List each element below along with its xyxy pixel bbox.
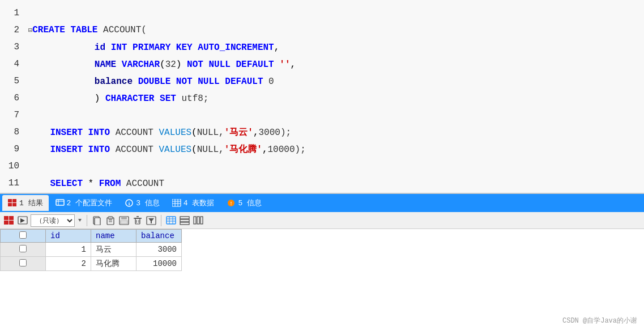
svg-rect-19 — [9, 221, 14, 225]
svg-rect-17 — [9, 216, 14, 220]
info2-icon: ! — [227, 199, 236, 207]
code-editor: 1 2 3 4 5 6 7 8 9 10 11 ⊟CREATE TABLE AC… — [0, 0, 644, 193]
table-row: 1 马云 3000 — [1, 243, 182, 257]
tab-config[interactable]: 2 个配置文件 — [50, 195, 118, 211]
col-name-header: name — [91, 230, 137, 243]
svg-rect-45 — [180, 222, 189, 225]
row1-checkbox[interactable] — [1, 243, 46, 257]
svg-rect-16 — [4, 216, 8, 220]
svg-rect-44 — [180, 219, 189, 222]
bottom-panel: 1 结果 2 个配置文件 i 3 信息 — [0, 193, 644, 330]
svg-rect-4 — [56, 200, 64, 205]
tab-info1-label: 3 信息 — [136, 198, 160, 208]
svg-rect-0 — [8, 199, 12, 202]
svg-rect-3 — [12, 203, 16, 206]
toolbar-arrow-icon[interactable] — [17, 215, 28, 226]
toolbar-save-icon[interactable] — [118, 215, 130, 226]
tab-config-label: 2 个配置文件 — [67, 198, 113, 208]
svg-marker-21 — [20, 218, 25, 223]
svg-rect-9 — [172, 199, 181, 206]
tab-result-label: 1 结果 — [19, 198, 43, 208]
code-content: ⊟CREATE TABLE ACCOUNT( id INT PRIMARY KE… — [23, 0, 644, 193]
divider2 — [161, 215, 161, 226]
col-checkbox-header — [1, 230, 46, 243]
dropdown-arrow — [77, 217, 83, 225]
svg-rect-26 — [108, 217, 113, 219]
svg-text:i: i — [129, 201, 130, 206]
select-all-checkbox[interactable] — [19, 231, 27, 239]
toolbar-paste-icon[interactable] — [105, 215, 116, 226]
row1-select[interactable] — [19, 245, 27, 252]
table-area: id name balance 1 马云 3000 — [0, 229, 644, 330]
svg-rect-2 — [8, 203, 12, 206]
svg-text:!: ! — [231, 201, 232, 206]
tab-tabledata-label: 4 表数据 — [184, 198, 215, 208]
table-row: 2 马化腾 10000 — [1, 257, 182, 271]
info1-icon: i — [125, 199, 134, 207]
toolbar-green-icon[interactable] — [3, 215, 15, 226]
svg-rect-38 — [167, 217, 176, 224]
row2-balance: 10000 — [137, 257, 182, 271]
line-numbers: 1 2 3 4 5 6 7 8 9 10 11 — [0, 0, 23, 193]
toolbar-grid-view-icon[interactable] — [165, 215, 177, 226]
tab-result[interactable]: 1 结果 — [2, 195, 49, 211]
tab-info1[interactable]: i 3 信息 — [119, 195, 165, 211]
toolbar-row-view-icon[interactable] — [179, 215, 190, 226]
toolbar-col-view-icon[interactable] — [193, 215, 204, 226]
svg-rect-30 — [121, 217, 127, 219]
tab-info2[interactable]: ! 5 信息 — [221, 195, 267, 211]
col-balance-header: balance — [137, 230, 182, 243]
config-icon — [56, 199, 65, 207]
col-id-header: id — [46, 230, 91, 243]
row2-id: 2 — [46, 257, 91, 271]
toolbar-copy-icon[interactable] — [91, 215, 103, 226]
row2-checkbox[interactable] — [1, 257, 46, 271]
svg-rect-1 — [12, 199, 16, 202]
svg-rect-24 — [95, 218, 100, 225]
svg-marker-37 — [148, 218, 154, 223]
row2-name: 马化腾 — [91, 257, 137, 271]
toolbar: （只读） — [0, 212, 644, 229]
tab-tabledata[interactable]: 4 表数据 — [167, 195, 220, 211]
svg-rect-31 — [121, 221, 127, 224]
toolbar-delete-icon[interactable] — [132, 215, 143, 226]
tab-bar: 1 结果 2 个配置文件 i 3 信息 — [0, 194, 644, 212]
svg-rect-48 — [201, 217, 203, 224]
toolbar-filter-icon[interactable] — [146, 215, 157, 226]
divider1 — [87, 215, 87, 226]
svg-rect-43 — [180, 217, 189, 219]
row1-name: 马云 — [91, 243, 137, 257]
readonly-select[interactable]: （只读） — [31, 214, 75, 227]
tabledata-icon — [172, 199, 181, 207]
result-table: id name balance 1 马云 3000 — [0, 229, 182, 271]
grid-icon — [8, 199, 17, 207]
row2-select[interactable] — [19, 259, 27, 266]
watermark: CSDN @自学Java的小谢 — [562, 316, 637, 325]
svg-rect-18 — [4, 221, 8, 225]
tab-info2-label: 5 信息 — [238, 198, 262, 208]
svg-rect-32 — [135, 218, 140, 224]
svg-rect-46 — [194, 217, 196, 224]
svg-marker-22 — [78, 219, 82, 222]
row1-balance: 3000 — [137, 243, 182, 257]
svg-rect-47 — [197, 217, 199, 224]
row1-id: 1 — [46, 243, 91, 257]
